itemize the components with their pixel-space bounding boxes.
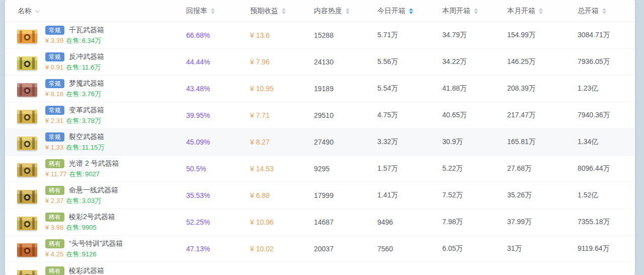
case-price: ¥ 3.98 <box>45 224 63 231</box>
week-opens-value: 7.98万 <box>442 218 507 227</box>
sort-icon[interactable] <box>282 8 286 14</box>
case-icon <box>15 25 39 45</box>
case-icon <box>15 212 39 232</box>
column-label: 总开箱 <box>578 7 599 16</box>
case-name-cell[interactable]: 稀有 棱彩2号武器箱 ¥ 3.98在售:9905 <box>5 212 186 232</box>
column-header-month-opens[interactable]: 本月开箱 <box>507 7 578 16</box>
week-opens-value: 6.05万 <box>442 244 507 253</box>
table-row[interactable]: 稀有 命悬一线武器箱 ¥ 2.37在售:3.03万 35.53% ¥ 6.88 … <box>5 182 635 209</box>
return-rate-value: 44.44% <box>186 58 250 66</box>
case-icon <box>15 265 39 275</box>
expected-profit-value: ¥ 10.02 <box>250 245 314 253</box>
stock-label: 在售: <box>66 144 81 151</box>
return-rate-value: 39.95% <box>186 111 250 119</box>
case-name-cell[interactable]: 稀有 光谱 2 号武器箱 ¥ 11.77在售:9027 <box>5 159 186 179</box>
rarity-badge: 常规 <box>45 52 64 61</box>
total-opens-value: 1.23亿 <box>578 84 635 93</box>
column-label: 名称 <box>18 7 32 16</box>
case-name-cell[interactable]: 常规 千瓦武器箱 ¥ 3.39在售:6.34万 <box>5 25 186 45</box>
table-row[interactable]: 常规 梦魇武器箱 ¥ 8.18在售:3.76万 43.48% ¥ 10.95 1… <box>5 76 635 102</box>
today-opens-value: 1.41万 <box>377 191 442 200</box>
table-row[interactable]: 常规 反冲武器箱 ¥ 0.91在售:11.6万 44.44% ¥ 7.96 24… <box>5 49 635 76</box>
case-name[interactable]: 裂空武器箱 <box>69 132 104 142</box>
sort-icon[interactable] <box>211 8 215 14</box>
sort-icon[interactable] <box>409 8 413 14</box>
today-opens-value: 9496 <box>377 218 442 226</box>
case-text-block: 常规 反冲武器箱 ¥ 0.91在售:11.6万 <box>45 52 104 72</box>
case-name[interactable]: 变革武器箱 <box>69 106 104 115</box>
expected-profit-value: ¥ 10.95 <box>250 85 314 93</box>
column-header-total-opens[interactable]: 总开箱 <box>578 7 635 16</box>
expected-profit-value: ¥ 14.53 <box>250 165 314 173</box>
sort-icon[interactable] <box>346 8 350 14</box>
sort-icon[interactable] <box>602 8 606 14</box>
month-opens-value: 31万 <box>507 244 578 253</box>
stock-count: 9905 <box>82 224 97 231</box>
case-name[interactable]: 千瓦武器箱 <box>69 26 104 35</box>
today-opens-value: 5.56万 <box>377 57 442 66</box>
column-header-week-opens[interactable]: 本周开箱 <box>442 7 507 16</box>
table-row[interactable]: 常规 变革武器箱 ¥ 2.31在售:3.78万 39.95% ¥ 7.71 29… <box>5 102 635 129</box>
table-row[interactable]: 稀有 棱彩2号武器箱 ¥ 3.98在售:9905 52.25% ¥ 10.96 … <box>5 209 635 236</box>
return-rate-value: 47.13% <box>186 245 250 253</box>
stock-count: 3.78万 <box>82 117 101 124</box>
total-opens-value: 9119.64万 <box>578 244 635 253</box>
today-opens-value: 3.32万 <box>377 138 442 147</box>
case-price: ¥ 8.18 <box>45 90 63 98</box>
today-opens-value: 4.75万 <box>377 111 442 120</box>
stock-label: 在售: <box>66 224 81 231</box>
month-opens-value: 208.39万 <box>507 84 578 93</box>
month-opens-value: 146.25万 <box>507 57 578 66</box>
case-name-cell[interactable]: 常规 反冲武器箱 ¥ 0.91在售:11.6万 <box>5 52 186 72</box>
column-header-expected-profit[interactable]: 预期收益 <box>250 7 314 16</box>
case-name[interactable]: 光谱 2 号武器箱 <box>69 159 119 168</box>
case-name[interactable]: 棱彩2号武器箱 <box>69 213 115 222</box>
table-row[interactable]: 稀有 棱彩武器箱 <box>5 262 635 275</box>
case-name-cell[interactable]: 常规 裂空武器箱 ¥ 1.33在售:11.15万 <box>5 132 186 152</box>
table-row[interactable]: 稀有 光谱 2 号武器箱 ¥ 11.77在售:9027 50.5% ¥ 14.5… <box>5 156 635 182</box>
case-name-cell[interactable]: 稀有 “头号特训”武器箱 ¥ 4.25在售:9126 <box>5 239 186 259</box>
case-icon <box>15 185 39 205</box>
chevron-down-icon[interactable] <box>35 8 40 13</box>
rarity-badge: 稀有 <box>45 213 64 222</box>
case-name[interactable]: 梦魇武器箱 <box>69 79 104 88</box>
case-name-cell[interactable]: 稀有 棱彩武器箱 <box>5 265 186 275</box>
today-opens-value: 5.54万 <box>377 84 442 93</box>
case-name[interactable]: “头号特训”武器箱 <box>69 239 123 248</box>
case-name[interactable]: 反冲武器箱 <box>69 52 104 61</box>
expected-profit-value: ¥ 8.27 <box>250 138 314 146</box>
column-header-today-opens[interactable]: 今日开箱 <box>377 7 442 16</box>
case-text-block: 稀有 棱彩2号武器箱 ¥ 3.98在售:9905 <box>45 213 115 232</box>
week-opens-value: 40.65万 <box>442 111 507 120</box>
table-row[interactable]: 常规 千瓦武器箱 ¥ 3.39在售:6.34万 66.68% ¥ 13.6 15… <box>5 22 635 49</box>
case-name-cell[interactable]: 常规 梦魇武器箱 ¥ 8.18在售:3.76万 <box>5 79 186 99</box>
table-row[interactable]: 常规 裂空武器箱 ¥ 1.33在售:11.15万 45.09% ¥ 8.27 2… <box>5 129 635 156</box>
content-heat-value: 20037 <box>314 245 377 253</box>
case-name-cell[interactable]: 稀有 命悬一线武器箱 ¥ 2.37在售:3.03万 <box>5 185 186 205</box>
month-opens-value: 27.68万 <box>507 164 578 173</box>
case-price: ¥ 2.37 <box>45 197 63 204</box>
sort-icon[interactable] <box>539 8 543 14</box>
column-header-return-rate[interactable]: 回报率 <box>186 7 250 16</box>
case-name[interactable]: 棱彩武器箱 <box>69 266 104 275</box>
case-text-block: 常规 梦魇武器箱 ¥ 8.18在售:3.76万 <box>45 79 104 99</box>
table-row[interactable]: 稀有 “头号特训”武器箱 ¥ 4.25在售:9126 47.13% ¥ 10.0… <box>5 236 635 262</box>
month-opens-value: 37.99万 <box>507 218 578 227</box>
case-text-block: 常规 裂空武器箱 ¥ 1.33在售:11.15万 <box>45 132 104 152</box>
week-opens-value: 30.9万 <box>442 138 507 147</box>
stock-label: 在售: <box>66 197 81 204</box>
case-price: ¥ 0.91 <box>45 63 63 71</box>
case-name-cell[interactable]: 常规 变革武器箱 ¥ 2.31在售:3.78万 <box>5 105 186 125</box>
column-header-content-heat[interactable]: 内容热度 <box>314 7 377 16</box>
week-opens-value: 41.88万 <box>442 84 507 93</box>
week-opens-value: 7.52万 <box>442 191 507 200</box>
case-name[interactable]: 命悬一线武器箱 <box>69 186 118 195</box>
sort-icon[interactable] <box>474 8 478 14</box>
stock-count: 11.15万 <box>82 144 105 151</box>
expected-profit-value: ¥ 10.96 <box>250 218 314 226</box>
total-opens-value: 8096.44万 <box>578 164 635 173</box>
content-heat-value: 15288 <box>314 31 377 39</box>
week-opens-value: 34.79万 <box>442 31 507 40</box>
case-price: ¥ 4.25 <box>45 250 63 258</box>
column-header-name[interactable]: 名称 <box>5 7 186 16</box>
